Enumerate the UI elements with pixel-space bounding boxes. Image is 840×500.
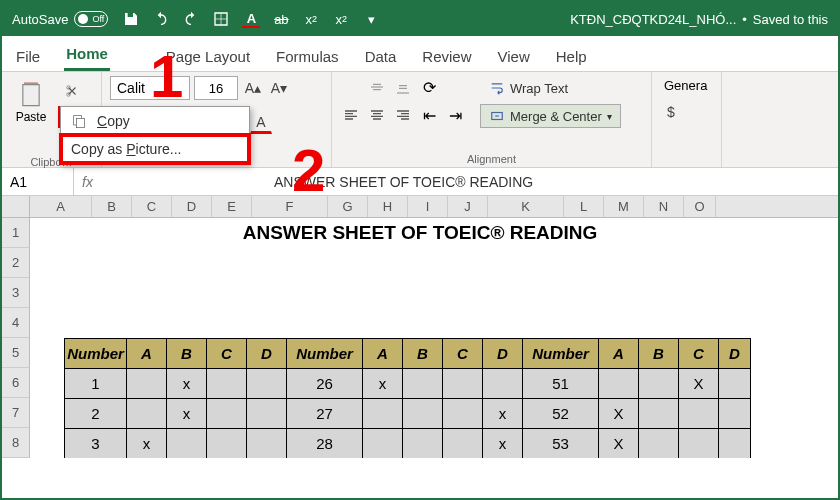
table-cell[interactable] (403, 369, 443, 399)
sheet-title-cell[interactable]: ANSWER SHEET OF TOEIC® READING (30, 218, 810, 248)
font-color-icon[interactable]: A (242, 10, 260, 28)
autosave-toggle[interactable]: AutoSave Off (12, 11, 108, 27)
table-cell[interactable] (363, 399, 403, 429)
superscript-icon[interactable]: x2 (332, 10, 350, 28)
undo-icon[interactable] (152, 10, 170, 28)
table-cell[interactable] (679, 429, 719, 459)
table-cell[interactable]: x (167, 399, 207, 429)
table-cell[interactable]: 51 (523, 369, 599, 399)
table-header[interactable]: D (719, 339, 751, 369)
col-header-N[interactable]: N (644, 196, 684, 217)
col-header-L[interactable]: L (564, 196, 604, 217)
table-header[interactable]: C (679, 339, 719, 369)
table-header[interactable]: B (403, 339, 443, 369)
table-cell[interactable]: x (127, 429, 167, 459)
col-header-M[interactable]: M (604, 196, 644, 217)
table-cell[interactable]: 28 (287, 429, 363, 459)
number-format-select[interactable]: Genera (660, 76, 711, 95)
table-cell[interactable] (207, 399, 247, 429)
align-top-button[interactable] (340, 76, 362, 98)
table-cell[interactable]: 52 (523, 399, 599, 429)
table-cell[interactable] (483, 369, 523, 399)
paste-button[interactable]: Paste (10, 76, 52, 124)
cut-button[interactable] (58, 80, 86, 102)
name-box[interactable]: A1 (2, 168, 74, 195)
table-cell[interactable] (639, 429, 679, 459)
col-header-B[interactable]: B (92, 196, 132, 217)
table-cell[interactable]: 3 (65, 429, 127, 459)
tab-data[interactable]: Data (363, 42, 399, 71)
col-header-C[interactable]: C (132, 196, 172, 217)
row-header-5[interactable]: 5 (2, 338, 30, 368)
font-color-button[interactable]: A (250, 112, 272, 134)
table-cell[interactable]: 53 (523, 429, 599, 459)
tab-view[interactable]: View (496, 42, 532, 71)
table-cell[interactable] (639, 369, 679, 399)
table-cell[interactable]: X (599, 429, 639, 459)
table-header[interactable]: Number (287, 339, 363, 369)
merge-center-button[interactable]: Merge & Center ▾ (480, 104, 621, 128)
table-cell[interactable]: 2 (65, 399, 127, 429)
select-all-corner[interactable] (2, 196, 30, 217)
table-cell[interactable] (247, 429, 287, 459)
table-cell[interactable]: X (679, 369, 719, 399)
col-header-D[interactable]: D (172, 196, 212, 217)
table-cell[interactable] (127, 369, 167, 399)
col-header-A[interactable]: A (30, 196, 92, 217)
table-header[interactable]: B (639, 339, 679, 369)
table-cell[interactable] (167, 429, 207, 459)
col-header-G[interactable]: G (328, 196, 368, 217)
table-cell[interactable] (719, 399, 751, 429)
table-header[interactable]: B (167, 339, 207, 369)
align-center-button[interactable] (366, 104, 388, 126)
save-icon[interactable] (122, 10, 140, 28)
table-cell[interactable] (403, 429, 443, 459)
menu-copy[interactable]: Copy (61, 107, 249, 135)
table-cell[interactable]: 1 (65, 369, 127, 399)
table-cell[interactable]: x (483, 429, 523, 459)
table-header[interactable]: A (363, 339, 403, 369)
row-header-2[interactable]: 2 (2, 248, 30, 278)
col-header-I[interactable]: I (408, 196, 448, 217)
row-header-3[interactable]: 3 (2, 278, 30, 308)
col-header-O[interactable]: O (684, 196, 716, 217)
table-cell[interactable] (443, 369, 483, 399)
table-cell[interactable]: x (483, 399, 523, 429)
cells-area[interactable]: ANSWER SHEET OF TOEIC® READING NumberABC… (30, 218, 838, 458)
table-cell[interactable]: x (167, 369, 207, 399)
table-cell[interactable] (639, 399, 679, 429)
col-header-J[interactable]: J (448, 196, 488, 217)
col-header-K[interactable]: K (488, 196, 564, 217)
col-header-E[interactable]: E (212, 196, 252, 217)
table-cell[interactable]: x (363, 369, 403, 399)
table-cell[interactable]: 27 (287, 399, 363, 429)
table-cell[interactable] (443, 399, 483, 429)
col-header-H[interactable]: H (368, 196, 408, 217)
table-header[interactable]: A (599, 339, 639, 369)
grow-font-button[interactable]: A▴ (242, 77, 264, 99)
table-header[interactable]: C (443, 339, 483, 369)
borders-icon[interactable] (212, 10, 230, 28)
qat-dropdown-icon[interactable]: ▾ (362, 10, 380, 28)
row-header-4[interactable]: 4 (2, 308, 30, 338)
shrink-font-button[interactable]: A▾ (268, 77, 290, 99)
table-cell[interactable]: X (599, 399, 639, 429)
table-cell[interactable] (247, 399, 287, 429)
currency-button[interactable]: $ (660, 101, 682, 123)
tab-formulas[interactable]: Formulas (274, 42, 341, 71)
orientation-button[interactable]: ⟳ (418, 76, 440, 98)
row-header-6[interactable]: 6 (2, 368, 30, 398)
table-cell[interactable] (363, 429, 403, 459)
wrap-text-button[interactable]: Wrap Text (480, 76, 621, 100)
table-cell[interactable] (403, 399, 443, 429)
table-cell[interactable] (599, 369, 639, 399)
tab-home[interactable]: Home (64, 39, 110, 71)
table-header[interactable]: D (247, 339, 287, 369)
table-cell[interactable]: 26 (287, 369, 363, 399)
autosave-pill[interactable]: Off (74, 11, 108, 27)
align-left-button[interactable] (340, 104, 362, 126)
table-cell[interactable] (719, 369, 751, 399)
table-cell[interactable] (127, 399, 167, 429)
spreadsheet-grid[interactable]: ABCDEFGHIJKLMNO 12345678 ANSWER SHEET OF… (2, 196, 838, 458)
table-header[interactable]: A (127, 339, 167, 369)
